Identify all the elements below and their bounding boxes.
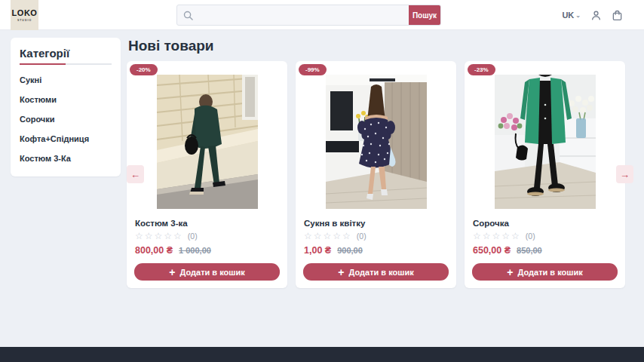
product-card: -23%: [465, 61, 625, 288]
page-title: Нові товари: [128, 38, 633, 54]
product-name[interactable]: Сукня в квітку: [304, 219, 448, 228]
product-info: Костюм 3-ка ☆☆☆☆☆ (0) 800,00 ₴ 1 000,00: [127, 219, 287, 256]
price-current: 1,00 ₴: [304, 245, 331, 256]
add-to-cart-label: Додати в кошик: [180, 268, 245, 277]
product-rating: ☆☆☆☆☆ (0): [473, 232, 617, 241]
rating-count: (0): [526, 232, 535, 241]
categories-title: Категорії: [20, 47, 112, 60]
search-icon: [177, 5, 198, 25]
price-old: 1 000,00: [179, 246, 211, 255]
plus-icon: +: [507, 267, 513, 278]
price-current: 650,00 ₴: [473, 245, 511, 256]
product-rating: ☆☆☆☆☆ (0): [135, 232, 279, 241]
discount-badge: -23%: [468, 64, 495, 75]
search-button[interactable]: Пошук: [409, 5, 440, 25]
product-name[interactable]: Сорочка: [473, 219, 617, 228]
chevron-down-icon: ⌄: [575, 12, 581, 19]
plus-icon: +: [338, 267, 344, 278]
product-card: -20%: [127, 61, 287, 288]
star-rating-icons: ☆☆☆☆☆: [304, 232, 352, 241]
sidebar-item-sorochky[interactable]: Сорочки: [20, 115, 112, 124]
star-rating-icons: ☆☆☆☆☆: [135, 232, 183, 241]
add-to-cart-label: Додати в кошик: [518, 268, 583, 277]
sidebar-item-sukni[interactable]: Сукні: [20, 75, 112, 84]
rating-count: (0): [357, 232, 366, 241]
content: Категорії Сукні Костюми Сорочки Кофта+Сп…: [0, 30, 644, 288]
search-bar: Пошук: [176, 5, 441, 26]
product-info: Сукня в квітку ☆☆☆☆☆ (0) 1,00 ₴ 900,00: [296, 219, 456, 256]
cart-icon[interactable]: [611, 9, 623, 21]
price-old: 900,00: [337, 246, 363, 255]
sidebar-item-kostyumy[interactable]: Костюми: [20, 95, 112, 104]
add-to-cart-button[interactable]: + Додати в кошик: [303, 263, 449, 281]
carousel-next-button[interactable]: →: [616, 165, 633, 183]
header: LOKO STUDIO Пошук UK ⌄: [0, 0, 644, 30]
rating-count: (0): [188, 232, 198, 241]
discount-badge: -20%: [130, 64, 158, 75]
footer: [0, 347, 644, 362]
product-price-row: 800,00 ₴ 1 000,00: [135, 245, 279, 256]
main-section: Нові товари ← → -20%: [127, 38, 633, 288]
product-image[interactable]: [157, 75, 258, 209]
search-input[interactable]: [198, 5, 409, 25]
product-name[interactable]: Костюм 3-ка: [135, 219, 279, 228]
product-info: Сорочка ☆☆☆☆☆ (0) 650,00 ₴ 850,00: [465, 219, 625, 256]
language-selector[interactable]: UK ⌄: [562, 11, 581, 20]
logo-subtitle: STUDIO: [17, 19, 32, 22]
product-rating: ☆☆☆☆☆ (0): [304, 232, 448, 241]
product-carousel: ← → -20%: [127, 61, 633, 288]
logo[interactable]: LOKO STUDIO: [11, 0, 38, 30]
price-current: 800,00 ₴: [135, 245, 173, 256]
product-image[interactable]: [495, 75, 596, 209]
discount-badge: -99%: [299, 64, 327, 75]
product-card: -99%: [296, 61, 456, 288]
add-to-cart-button[interactable]: + Додати в кошик: [472, 263, 618, 281]
carousel-prev-button[interactable]: ←: [127, 165, 144, 183]
product-price-row: 650,00 ₴ 850,00: [473, 245, 617, 256]
star-rating-icons: ☆☆☆☆☆: [473, 232, 521, 241]
logo-title: LOKO: [12, 9, 38, 17]
plus-icon: +: [169, 267, 175, 278]
sidebar-item-kofta-spidnytsya[interactable]: Кофта+Спідниця: [20, 134, 112, 143]
header-actions: UK ⌄: [562, 0, 623, 30]
categories-sidebar: Категорії Сукні Костюми Сорочки Кофта+Сп…: [11, 38, 121, 176]
add-to-cart-label: Додати в кошик: [349, 268, 414, 277]
categories-divider: [20, 63, 112, 65]
product-image[interactable]: [326, 75, 427, 209]
account-icon[interactable]: [590, 9, 602, 21]
product-price-row: 1,00 ₴ 900,00: [304, 245, 448, 256]
add-to-cart-button[interactable]: + Додати в кошик: [134, 263, 280, 281]
language-label: UK: [562, 11, 574, 20]
price-old: 850,00: [517, 246, 542, 255]
sidebar-item-kostyum-3ka[interactable]: Костюм 3-Ка: [20, 154, 112, 163]
